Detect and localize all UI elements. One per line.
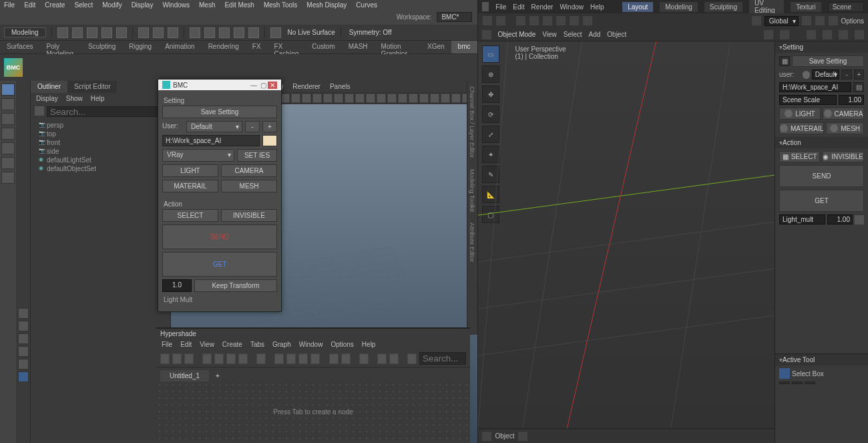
options-label[interactable]: Options xyxy=(841,17,864,25)
material-button[interactable]: MATERAIL xyxy=(779,122,824,134)
move-tool[interactable] xyxy=(1,128,15,140)
vp-tool-icon[interactable] xyxy=(419,94,429,103)
b-file[interactable]: File xyxy=(495,3,506,11)
interact-mode-icon[interactable] xyxy=(495,15,506,26)
hs-tool-icon[interactable] xyxy=(329,353,339,364)
object-mode-select[interactable]: Object Mode xyxy=(498,31,536,38)
shading-solid-icon[interactable] xyxy=(823,30,832,39)
remove-user-button[interactable]: - xyxy=(841,69,851,80)
b-window[interactable]: Window xyxy=(560,3,584,11)
vp-tool-icon[interactable] xyxy=(334,94,343,103)
outliner-search[interactable] xyxy=(47,106,166,117)
menu-modify[interactable]: Modify xyxy=(102,1,122,11)
xray-icon[interactable] xyxy=(780,30,789,39)
tab-mash[interactable]: MASH xyxy=(342,41,375,53)
vp-tool-icon[interactable] xyxy=(441,94,450,103)
hs-tool-icon[interactable] xyxy=(359,353,369,364)
snap-grid-icon[interactable] xyxy=(190,27,200,38)
hs-tool-icon[interactable] xyxy=(238,353,248,364)
vp-tool-icon[interactable] xyxy=(280,94,290,103)
tab-modeling[interactable]: Modeling xyxy=(660,2,698,12)
scene-select[interactable]: Scene xyxy=(828,2,864,12)
editor-type-icon[interactable] xyxy=(482,15,493,26)
tab-rig[interactable]: Rigging xyxy=(122,41,158,53)
menu-display[interactable]: Display xyxy=(132,1,154,11)
pivot-icon[interactable] xyxy=(801,15,812,26)
front-camera[interactable]: front xyxy=(36,139,165,146)
blender-logo-icon[interactable] xyxy=(482,2,489,11)
channel-box-tab[interactable]: Channel Box / Layer Editor xyxy=(467,81,477,164)
gizmo-icon[interactable] xyxy=(542,15,553,26)
menu-edit[interactable]: Edit xyxy=(24,1,35,11)
hypershade-canvas[interactable]: Press Tab to create a node xyxy=(156,382,470,442)
browse-icon[interactable]: ▤ xyxy=(853,82,864,92)
add-user-button[interactable]: + xyxy=(262,121,277,132)
set-ies-button[interactable]: SET IES xyxy=(237,149,277,162)
script-editor-tab[interactable]: Script Editor xyxy=(67,81,117,93)
get-button[interactable]: GET xyxy=(779,190,864,212)
tab-poly[interactable]: Poly Modeling xyxy=(39,41,81,53)
save-scene-icon[interactable] xyxy=(87,27,97,38)
hs-tool-icon[interactable] xyxy=(172,353,182,364)
tab-fxcache[interactable]: FX Caching xyxy=(268,41,306,53)
light-button[interactable]: LIGHT xyxy=(162,164,218,177)
vp-tool-icon[interactable] xyxy=(409,94,418,103)
filter-icon[interactable] xyxy=(35,106,44,116)
get-button[interactable]: GET xyxy=(162,252,277,277)
vp-tool-icon[interactable] xyxy=(323,94,333,103)
tab-layout[interactable]: Layout xyxy=(622,2,653,12)
bh-add[interactable]: Add xyxy=(589,31,601,38)
user-select[interactable]: Default xyxy=(812,69,840,80)
select-arrow-tool[interactable] xyxy=(1,84,15,96)
menu-create[interactable]: Create xyxy=(45,1,65,11)
b-render[interactable]: Render xyxy=(531,3,554,11)
save-setting-button[interactable]: Save Setting xyxy=(792,55,864,67)
hs-tool-icon[interactable] xyxy=(310,353,320,364)
preset-icon[interactable] xyxy=(18,321,29,331)
no-live-surface[interactable]: No Live Surface xyxy=(288,29,335,36)
lasso-icon[interactable] xyxy=(153,27,164,38)
preset-icon[interactable] xyxy=(18,308,29,319)
snap-icon[interactable] xyxy=(815,15,825,26)
hs-tool-icon[interactable] xyxy=(214,353,224,364)
tool-opt-icon[interactable] xyxy=(805,382,815,384)
remove-user-button[interactable]: - xyxy=(245,121,260,132)
orientation-icon[interactable] xyxy=(751,15,762,26)
context-select[interactable]: Object xyxy=(495,432,515,440)
minimize-button[interactable]: — xyxy=(249,82,258,89)
tool-opt-icon[interactable] xyxy=(779,382,790,384)
keep-transform-button[interactable]: Keep Transform xyxy=(194,279,277,292)
tab-fx[interactable]: FX xyxy=(246,41,268,53)
gizmo-icon[interactable] xyxy=(515,15,526,26)
rotate-tool[interactable] xyxy=(1,142,15,154)
hs-edit[interactable]: Edit xyxy=(180,341,192,348)
menu-select[interactable]: Select xyxy=(74,1,93,11)
hs-tool-icon[interactable] xyxy=(256,353,266,364)
camera-button[interactable]: CAMERA xyxy=(221,164,277,177)
gizmo-icon[interactable] xyxy=(529,15,539,26)
hs-tool-icon[interactable] xyxy=(274,353,284,364)
select-button[interactable]: SELECT xyxy=(162,209,218,222)
vp-tool-icon[interactable] xyxy=(451,94,461,103)
material-button[interactable]: MATERAIL xyxy=(162,180,218,192)
hs-tool-icon[interactable] xyxy=(377,353,387,364)
menu-editmesh[interactable]: Edit Mesh xyxy=(224,1,254,11)
bh-select[interactable]: Select xyxy=(564,31,582,38)
menu-mesh[interactable]: Mesh xyxy=(199,1,215,11)
gizmo-icon[interactable] xyxy=(582,15,593,26)
pin-icon[interactable] xyxy=(518,432,527,441)
light-mult-value[interactable]: 1.00 xyxy=(827,214,853,225)
snap-point-icon[interactable] xyxy=(219,27,230,38)
b-help[interactable]: Help xyxy=(590,3,604,11)
redo-icon[interactable] xyxy=(116,27,127,38)
hs-help[interactable]: Help xyxy=(362,341,376,348)
open-scene-icon[interactable] xyxy=(72,27,83,38)
paint-icon[interactable] xyxy=(168,27,178,38)
outliner-show[interactable]: Show xyxy=(66,95,83,102)
side-camera[interactable]: side xyxy=(36,148,165,155)
hs-search[interactable] xyxy=(419,352,466,365)
scale-tool[interactable] xyxy=(1,157,15,169)
mode-select[interactable]: Modeling xyxy=(4,27,46,37)
orientation-select[interactable]: Global xyxy=(765,16,799,26)
blender-viewport[interactable]: ▭ ⊕ ✥ ⟳ ⤢ ✦ ✎ 📐 ▢ User Perspective (1) |… xyxy=(478,41,775,428)
